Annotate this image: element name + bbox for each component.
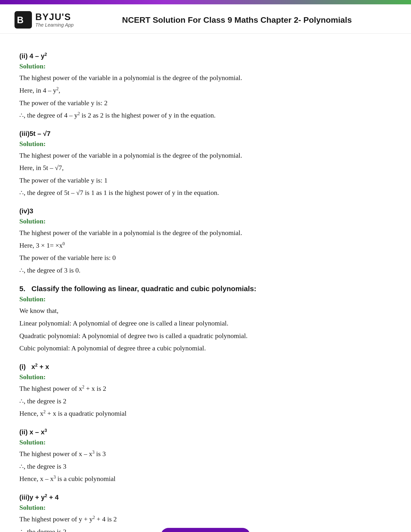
text-iv-3-2: Here, 3 × 1= ×x0: [19, 240, 392, 251]
section-ii-4y2: (ii) 4 – y2 Solution: The highest power …: [19, 52, 392, 121]
text-iii-5t-1: The highest power of the variable in a p…: [19, 150, 392, 161]
logo-area: B BYJU'S The Learning App: [15, 11, 87, 28]
text-iv-3-4: ∴, the degree of 3 is 0.: [19, 265, 392, 276]
solution-label-ii-4y2: Solution:: [19, 62, 392, 70]
heading-ii-x-x3: (ii) x – x3: [19, 428, 392, 436]
logo-text: BYJU'S The Learning App: [35, 12, 74, 28]
text-ii-4y2-2: Here, in 4 – y2,: [19, 85, 392, 96]
text-iii-5t-3: The power of the variable y is: 1: [19, 175, 392, 186]
svg-text:B: B: [17, 15, 23, 25]
section-ii-x-x3: (ii) x – x3 Solution: The highest power …: [19, 428, 392, 484]
section-iii-5t: (iii)5t – √7 Solution: The highest power…: [19, 130, 392, 199]
text-ii-4y2-3: The power of the variable y is: 2: [19, 97, 392, 109]
heading-iv-3: (iv)3: [19, 207, 392, 215]
solution-label-iv-3: Solution:: [19, 217, 392, 225]
byjus-logo-icon: B: [15, 11, 32, 28]
section-i-x2x: (i) x2 + x Solution: The highest power o…: [19, 363, 392, 419]
text-q5-2: Linear polynomial: A polynomial of degre…: [19, 317, 392, 329]
text-q5-4: Cubic polynomial: A polynomial of degree…: [19, 342, 392, 354]
solution-label-i-x2x: Solution:: [19, 373, 392, 381]
text-i-x2x-1: The highest power of x2 + x is 2: [19, 383, 392, 394]
solution-label-q5: Solution:: [19, 295, 392, 303]
section-iii-y-y2-4: (iii)y + y2 + 4 Solution: The highest po…: [19, 493, 392, 532]
text-iv-3-1: The highest power of the variable in a p…: [19, 227, 392, 239]
heading-iii-y-y2-4: (iii)y + y2 + 4: [19, 493, 392, 501]
header: B BYJU'S The Learning App NCERT Solution…: [0, 4, 411, 34]
footer-url[interactable]: https://byjus.com: [161, 528, 250, 532]
logo-tagline: The Learning App: [35, 22, 74, 28]
heading-ii-4y2: (ii) 4 – y2: [19, 52, 392, 60]
text-iii-5t-2: Here, in 5t – √7,: [19, 162, 392, 174]
text-i-x2x-3: Hence, x2 + x is a quadratic polynomial: [19, 408, 392, 419]
text-ii-4y2-4: ∴, the degree of 4 – y2 is 2 as 2 is the…: [19, 110, 392, 121]
text-q5-1: We know that,: [19, 305, 392, 316]
main-content: (ii) 4 – y2 Solution: The highest power …: [0, 34, 411, 532]
text-iii-5t-4: ∴, the degree of 5t – √7 is 1 as 1 is th…: [19, 187, 392, 199]
byju-brand-name: BYJU'S: [35, 12, 74, 22]
text-ii-4y2-1: The highest power of the variable in a p…: [19, 72, 392, 84]
as-word: as: [93, 112, 98, 119]
heading-iii-5t: (iii)5t – √7: [19, 130, 392, 138]
solution-label-ii-x-x3: Solution:: [19, 438, 392, 446]
text-ii-x-x3-3: Hence, x – x3 is a cubic polynomial: [19, 473, 392, 484]
section-iv-3: (iv)3 Solution: The highest power of the…: [19, 207, 392, 276]
heading-i-x2x: (i) x2 + x: [19, 363, 392, 371]
section-q5: 5. Classify the following as linear, qua…: [19, 285, 392, 354]
heading-q5: 5. Classify the following as linear, qua…: [19, 285, 392, 293]
text-i-x2x-2: ∴, the degree is 2: [19, 395, 392, 407]
page-title: NCERT Solution For Class 9 Maths Chapter…: [87, 15, 396, 25]
text-ii-x-x3-2: ∴, the degree is 3: [19, 461, 392, 472]
text-iv-3-3: The power of the variable here is: 0: [19, 252, 392, 264]
solution-label-iii-5t: Solution:: [19, 140, 392, 148]
text-iii-y-y2-4-1: The highest power of y + y2 + 4 is 2: [19, 513, 392, 525]
solution-label-iii-y-y2-4: Solution:: [19, 504, 392, 512]
text-ii-x-x3-1: The highest power of x – x3 is 3: [19, 448, 392, 460]
top-accent-bar: [0, 0, 411, 4]
text-q5-3: Quadratic polynomial: A polynomial of de…: [19, 330, 392, 342]
